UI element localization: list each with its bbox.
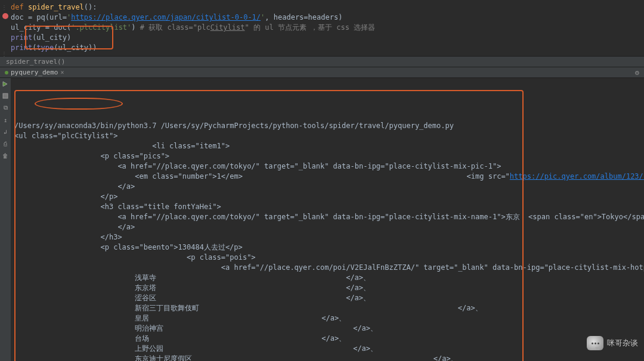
- console-line: <p class="pics">: [14, 151, 642, 161]
- up-icon[interactable]: ↥: [2, 116, 9, 123]
- breakpoint-icon[interactable]: [2, 13, 8, 19]
- console-line: <em class="number">1</em> <img src="http…: [14, 172, 642, 182]
- console-line: <ul class="plcCitylist">: [14, 131, 642, 141]
- console-line: <a href="//place.qyer.com/tokyo/" target…: [14, 161, 642, 172]
- wrap-icon[interactable]: ↲: [2, 128, 9, 135]
- gutter-marker: ⋮: [1, 49, 7, 59]
- console-line: <a href="//place.qyer.com/poi/V2EJalFnBz…: [14, 263, 642, 273]
- console-line: <p class="pois">: [14, 253, 642, 263]
- print-icon[interactable]: ⎙: [2, 140, 9, 147]
- console-line: <li class="item1">: [14, 141, 642, 151]
- layout-icon[interactable]: ⧉: [2, 104, 9, 111]
- run-indicator-icon: [5, 71, 8, 74]
- svg-rect-1: [3, 94, 8, 98]
- console-line: 明治神宫 </a>、 <a href="//place.qyer.com/poi…: [14, 323, 642, 334]
- console-line: <h3 class="title fontYaHei">: [14, 202, 642, 212]
- run-tool-window-header: pyquery_demo × ⚙: [0, 67, 644, 78]
- breadcrumb[interactable]: spider_travel(): [0, 56, 644, 67]
- code-line: def spider_travel():: [11, 2, 642, 13]
- console-line: 涩谷区 </a>、 <a href="//place.qyer.com/poi/…: [14, 293, 642, 303]
- console-line: 新宿三丁目歌舞伎町 </a>、 <a href="//place.qyer.co…: [14, 303, 642, 313]
- console-line: 浅草寺 </a>、 <a href="//place.qyer.com/poi/…: [14, 273, 642, 283]
- console-line: </p>: [14, 192, 642, 202]
- console-toolbar: ⧉ ↥ ↲ ⎙ 🗑: [0, 78, 11, 361]
- run-config-tab[interactable]: pyquery_demo ×: [0, 68, 69, 77]
- console-line: 台场 </a>、 <a href="//place.qyer.com/poi/V…: [14, 334, 642, 344]
- rerun-icon[interactable]: [2, 80, 9, 88]
- stop-icon[interactable]: [2, 92, 9, 99]
- console-line: 上野公园 </a>、 <a href="//place.qyer.com/poi…: [14, 344, 642, 354]
- svg-marker-0: [3, 82, 7, 86]
- console-line: <a href="//place.qyer.com/tokyo/" target…: [14, 212, 642, 222]
- run-console: ⧉ ↥ ↲ ⎙ 🗑 /Users/sy/anaconda3/bin/python…: [0, 78, 644, 361]
- console-output[interactable]: /Users/sy/anaconda3/bin/python3.7 /Users…: [11, 78, 644, 361]
- console-line: <p class="beento">130484人去过</p>: [14, 242, 642, 253]
- code-editor[interactable]: ⋮ ⋮ def spider_travel(): doc = pq(url='h…: [0, 0, 644, 56]
- tab-label: pyquery_demo: [11, 69, 58, 76]
- console-line: /Users/sy/anaconda3/bin/python3.7 /Users…: [14, 121, 642, 131]
- highlight-annotation: [35, 98, 123, 110]
- gear-icon[interactable]: ⚙: [635, 69, 639, 77]
- gutter-marker: ⋮: [1, 2, 7, 13]
- console-line: </a>: [14, 222, 642, 232]
- console-line: 东京迪士尼度假区 </a>、 <a href="//place.qyer.com…: [14, 354, 642, 361]
- console-line: </a>: [14, 182, 642, 192]
- code-line: print(ul_city): [11, 33, 642, 43]
- console-line: 东京塔 </a>、 <a href="//place.qyer.com/poi/…: [14, 283, 642, 293]
- code-line: print(type(ul_city)): [11, 43, 642, 53]
- close-icon[interactable]: ×: [60, 69, 64, 76]
- console-line: </h3>: [14, 232, 642, 242]
- code-line: doc = pq(url='https://place.qyer.com/jap…: [11, 13, 642, 23]
- console-line: 皇居 </a>、 <a href="//place.qyer.com/poi/V…: [14, 313, 642, 323]
- trash-icon[interactable]: 🗑: [2, 152, 9, 159]
- code-line: ul_city = doc('.plcCitylist') # 获取 class…: [11, 23, 642, 33]
